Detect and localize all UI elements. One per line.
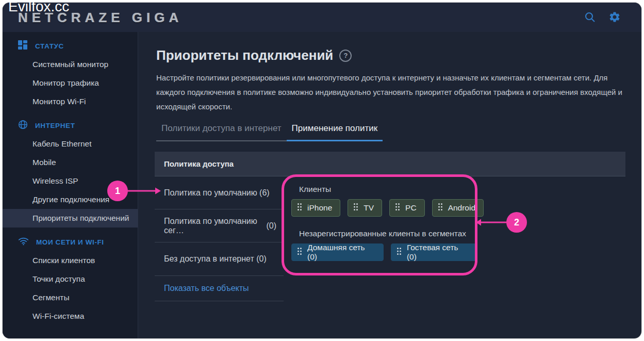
chip-label: Android: [448, 203, 475, 213]
globe-icon: [18, 120, 28, 132]
table-row-default-policy-segment[interactable]: Политика по умолчанию сег… (0): [155, 209, 284, 242]
chip-label: iPhone: [307, 203, 332, 213]
sidebar-section-header-internet[interactable]: ИНТЕРНЕТ: [3, 116, 138, 135]
page-description: Настройте политики резервирования или мн…: [156, 71, 628, 114]
table-row-no-internet[interactable]: Без доступа в интернет (0): [155, 242, 284, 276]
chip-label: Домашняя сеть (0): [307, 243, 375, 262]
tab-policy-application[interactable]: Применение политик: [287, 123, 383, 141]
help-icon[interactable]: ?: [339, 50, 352, 62]
sidebar-item-label: Списки клиентов: [32, 256, 95, 265]
client-chip-tv[interactable]: TV: [348, 199, 382, 217]
client-chip-android[interactable]: Android: [432, 199, 484, 217]
page-title: Приоритеты подключений: [156, 47, 333, 63]
chip-label: Гостевая сеть (0): [407, 243, 469, 262]
unregistered-clients-label: Незарегистрированные клиенты в сегментах: [291, 229, 477, 238]
table-column-header: Политика доступа: [155, 152, 625, 176]
drag-handle-icon: [395, 203, 400, 213]
show-all-objects-link[interactable]: Показать все объекты: [155, 276, 284, 301]
segment-chip-home-network[interactable]: Домашняя сеть (0): [291, 243, 384, 261]
sidebar-section-my-networks: МОИ СЕТИ И WI-FI Списки клиентов Точки д…: [3, 233, 138, 326]
segment-chip-guest-network[interactable]: Гостевая сеть (0): [391, 243, 477, 261]
sidebar-item-client-lists[interactable]: Списки клиентов: [3, 251, 138, 270]
row-label: Без доступа в интернет (0): [164, 254, 267, 264]
sidebar: СТАТУС Системный монитор Монитор трафика…: [3, 32, 138, 338]
sidebar-item-label: Монитор трафика: [32, 78, 99, 88]
sidebar-item-other-connections[interactable]: Другие подключения: [3, 190, 138, 209]
top-bar: NETCRAZE GIGA: [3, 3, 641, 32]
sidebar-item-label: Приоритеты подключений: [32, 214, 129, 223]
watermark: Evilfox.cc: [8, 0, 69, 15]
sidebar-item-wireless-isp[interactable]: Wireless ISP: [3, 172, 138, 190]
sidebar-item-label: Монитор Wi-Fi: [32, 97, 86, 106]
search-icon[interactable]: [583, 10, 597, 24]
tab-bar: Политики доступа в интернет Применение п…: [156, 123, 641, 141]
router-admin-window: NETCRAZE GIGA: [3, 3, 641, 338]
sidebar-section-status: СТАТУС Системный монитор Монитор трафика…: [3, 37, 138, 111]
sidebar-item-system-monitor[interactable]: Системный монитор: [3, 55, 138, 74]
row-label: Показать все объекты: [164, 284, 249, 293]
client-chip-row: iPhone TV PC Android: [291, 199, 477, 217]
sidebar-section-label: СТАТУС: [35, 42, 64, 50]
row-label: Политика по умолчанию сег…: [164, 217, 266, 235]
drag-handle-icon: [438, 203, 443, 213]
policy-detail-panel: Клиенты iPhone TV PC Android Незарегистр…: [291, 185, 477, 261]
drag-handle-icon: [397, 247, 402, 257]
drag-handle-icon: [297, 203, 302, 213]
row-label: Политика по умолчанию (6): [164, 188, 270, 198]
table-row-default-policy[interactable]: Политика по умолчанию (6): [155, 176, 284, 209]
sidebar-item-label: Другие подключения: [32, 195, 109, 204]
sidebar-item-access-points[interactable]: Точки доступа: [3, 270, 138, 288]
segment-chip-row: Домашняя сеть (0) Гостевая сеть (0): [291, 243, 477, 261]
sidebar-item-label: Точки доступа: [32, 274, 85, 284]
sidebar-item-label: Wi-Fi-система: [32, 312, 84, 321]
sidebar-item-mobile[interactable]: Mobile: [3, 153, 138, 172]
sidebar-item-traffic-monitor[interactable]: Монитор трафика: [3, 74, 138, 92]
sidebar-item-ethernet[interactable]: Кабель Ethernet: [3, 135, 138, 153]
sidebar-item-label: Системный монитор: [32, 60, 108, 69]
sidebar-item-segments[interactable]: Сегменты: [3, 288, 138, 307]
client-chip-pc[interactable]: PC: [389, 199, 425, 217]
chip-label: TV: [364, 203, 374, 213]
sidebar-item-label: Wireless ISP: [32, 176, 78, 186]
sidebar-item-connection-priorities[interactable]: Приоритеты подключений: [3, 209, 138, 228]
drag-handle-icon: [353, 203, 358, 213]
dashboard-grid-icon: [18, 40, 28, 52]
sidebar-section-label: МОИ СЕТИ И WI-FI: [36, 238, 104, 246]
row-count: (0): [266, 221, 276, 231]
sidebar-item-wifi-monitor[interactable]: Монитор Wi-Fi: [3, 92, 138, 111]
clients-label: Клиенты: [291, 185, 477, 194]
wifi-icon: [18, 237, 29, 248]
sidebar-section-label: ИНТЕРНЕТ: [35, 122, 75, 129]
gear-icon[interactable]: [607, 10, 622, 24]
sidebar-item-label: Сегменты: [32, 293, 70, 302]
chip-label: PC: [405, 203, 417, 213]
sidebar-section-header-status[interactable]: СТАТУС: [3, 37, 138, 55]
sidebar-item-label: Кабель Ethernet: [32, 139, 91, 149]
sidebar-section-header-my-networks[interactable]: МОИ СЕТИ И WI-FI: [3, 233, 138, 251]
sidebar-item-wifi-system[interactable]: Wi-Fi-система: [3, 307, 138, 326]
client-chip-iphone[interactable]: iPhone: [291, 199, 340, 217]
sidebar-item-label: Mobile: [32, 158, 56, 167]
tab-access-policies[interactable]: Политики доступа в интернет: [156, 123, 287, 141]
sidebar-section-internet: ИНТЕРНЕТ Кабель Ethernet Mobile Wireless…: [3, 116, 138, 228]
drag-handle-icon: [297, 247, 302, 257]
